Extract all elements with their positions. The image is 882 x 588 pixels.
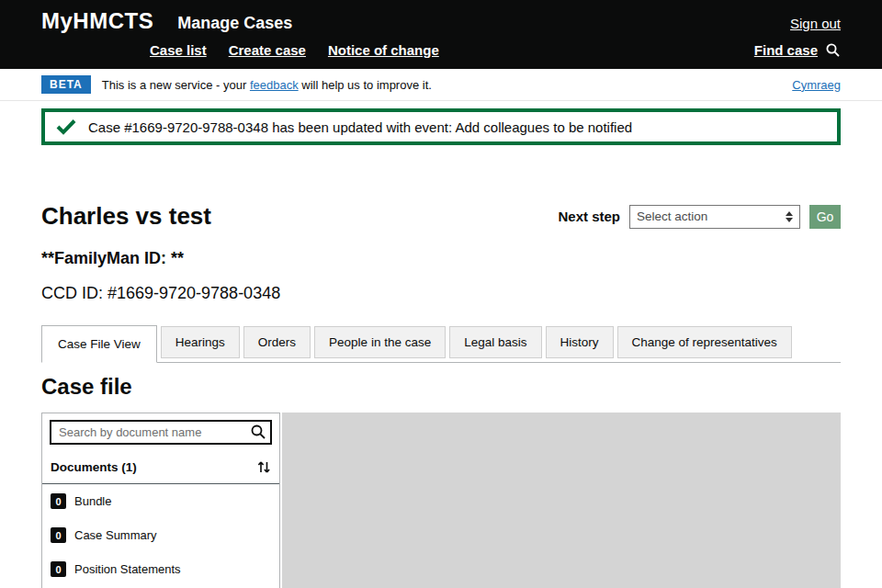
sort-toggle-icon[interactable] <box>256 459 271 475</box>
success-check-icon <box>56 119 76 135</box>
tab-change-of-representatives[interactable]: Change of representatives <box>617 326 792 358</box>
tab-orders[interactable]: Orders <box>243 326 311 358</box>
phase-banner-text: This is a new service - your feedback wi… <box>102 78 432 92</box>
document-search-icon[interactable] <box>250 424 266 443</box>
next-step-select-value: Select action <box>637 209 786 223</box>
myhmcts-logo[interactable]: MyHMCTS <box>41 8 153 34</box>
documents-count-header: Documents (1) <box>51 460 137 474</box>
phase-text-before: This is a new service - your <box>102 78 250 92</box>
doc-count-badge: 0 <box>51 493 66 509</box>
case-title: Charles vs test <box>41 202 558 231</box>
phase-banner: BETA This is a new service - your feedba… <box>0 69 882 101</box>
case-file-heading: Case file <box>41 374 841 400</box>
success-banner: Case #1669-9720-9788-0348 has been updat… <box>41 108 841 145</box>
doc-item-label: Bundle <box>74 494 111 508</box>
next-step-select[interactable]: Select action <box>629 205 800 229</box>
doc-item-label: Position Statements <box>74 562 181 576</box>
document-panel: Documents (1) 0 Bundle 0 Case Summary 0 … <box>41 413 280 588</box>
app-title: Manage Cases <box>177 14 292 33</box>
select-stepper-icon <box>786 211 793 222</box>
language-link[interactable]: Cymraeg <box>792 78 841 92</box>
find-case[interactable]: Find case <box>754 42 841 58</box>
site-header: MyHMCTS Manage Cases Sign out Case list … <box>0 0 882 69</box>
feedback-link[interactable]: feedback <box>250 78 299 92</box>
main-content: Charles vs test Next step Select action … <box>0 202 882 588</box>
ccd-id: CCD ID: #1669-9720-9788-0348 <box>41 284 841 303</box>
find-case-link[interactable]: Find case <box>754 42 818 58</box>
tab-hearings[interactable]: Hearings <box>161 326 240 358</box>
beta-tag: BETA <box>41 75 91 94</box>
familyman-id: **FamilyMan ID: ** <box>41 249 841 268</box>
tab-people-in-the-case[interactable]: People in the case <box>314 326 446 358</box>
doc-item-case-summary[interactable]: 0 Case Summary <box>42 518 279 552</box>
document-search-input[interactable] <box>50 420 272 445</box>
case-file-workspace: Documents (1) 0 Bundle 0 Case Summary 0 … <box>41 413 841 588</box>
tab-case-file-view[interactable]: Case File View <box>41 325 157 363</box>
success-message: Case #1669-9720-9788-0348 has been updat… <box>88 119 632 135</box>
doc-item-label: Case Summary <box>74 528 157 542</box>
doc-count-badge: 0 <box>51 561 66 577</box>
next-step-control: Next step Select action Go <box>558 205 841 229</box>
tab-history[interactable]: History <box>546 326 614 358</box>
search-icon[interactable] <box>825 42 841 58</box>
doc-item-bundle[interactable]: 0 Bundle <box>42 484 279 518</box>
doc-item-position-statements[interactable]: 0 Position Statements <box>42 552 279 586</box>
sign-out-link[interactable]: Sign out <box>790 16 841 31</box>
doc-count-badge: 0 <box>51 527 66 543</box>
nav-notice-of-change[interactable]: Notice of change <box>328 42 439 58</box>
go-button[interactable]: Go <box>809 205 841 229</box>
nav-case-list[interactable]: Case list <box>150 42 207 58</box>
tab-bar: Case File View Hearings Orders People in… <box>41 325 841 363</box>
tab-legal-basis[interactable]: Legal basis <box>449 326 541 358</box>
next-step-label: Next step <box>558 209 620 224</box>
nav-create-case[interactable]: Create case <box>229 42 306 58</box>
phase-text-after: will help us to improve it. <box>299 78 432 92</box>
document-viewer-area <box>282 413 841 588</box>
